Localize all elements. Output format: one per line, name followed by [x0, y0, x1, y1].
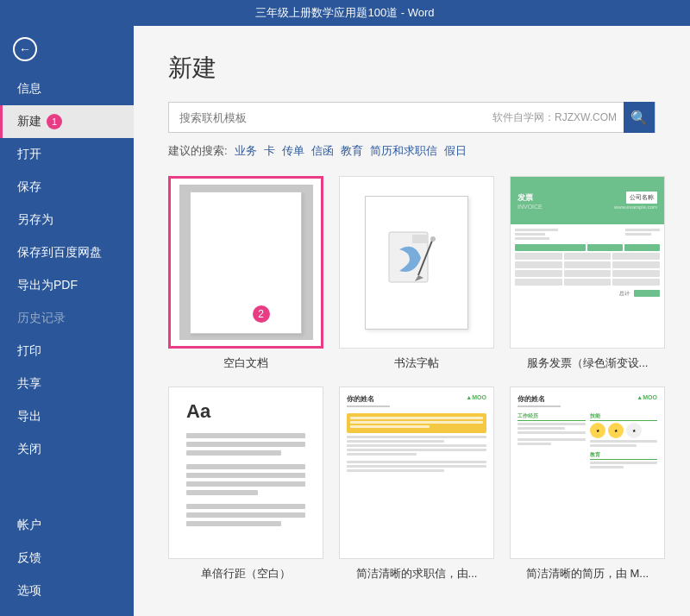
- template-single-spacing-thumb[interactable]: Aa: [168, 387, 323, 559]
- ss-line-4: [186, 464, 305, 469]
- sidebar-item-saveas[interactable]: 另存为: [0, 204, 134, 236]
- template-blank-thumb[interactable]: 2: [168, 176, 323, 349]
- r2-l1: [518, 423, 586, 425]
- suggested-tag-education[interactable]: 教育: [341, 143, 363, 159]
- ss-line-2: [186, 442, 305, 447]
- sidebar-item-close[interactable]: 关闭: [0, 433, 134, 466]
- invoice-title: 发票 INVOICE: [518, 192, 543, 210]
- resume2-header: 你的姓名 ▲MOO: [518, 394, 657, 407]
- resume2-col-left: 工作经历: [518, 412, 586, 470]
- invoice-logo-area: 公司名称 www.example.com: [614, 192, 657, 210]
- main-content: 新建 软件自学网：RJZXW.COM 🔍 建议的搜索: 业务 卡 传单 信函 教…: [134, 26, 690, 616]
- page-title: 新建: [168, 52, 656, 85]
- ss-line-1: [186, 433, 305, 438]
- sidebar-item-feedback[interactable]: 反馈: [0, 542, 134, 575]
- r1-line-6: [347, 461, 486, 463]
- single-spacing-title: Aa: [186, 400, 305, 423]
- r1-line-5: [347, 453, 417, 456]
- resume2-name: 你的姓名: [518, 394, 561, 407]
- search-hint: 软件自学网：RJZXW.COM: [486, 110, 624, 125]
- suggested-tag-card[interactable]: 卡: [264, 143, 275, 159]
- r1-line-4: [347, 449, 486, 451]
- template-resume1-thumb[interactable]: 你的姓名 ▲MOO: [339, 387, 494, 559]
- template-resume2-thumb[interactable]: 你的姓名 ▲MOO 工作经历: [510, 387, 665, 559]
- template-invoice[interactable]: 发票 INVOICE 公司名称 www.example.com: [510, 176, 665, 371]
- moo-logo-2: ▲MOO: [637, 394, 657, 400]
- sidebar-item-savebaidu[interactable]: 保存到百度网盘: [0, 236, 134, 269]
- suggested-tag-flyer[interactable]: 传单: [282, 143, 304, 159]
- svg-point-3: [430, 236, 436, 242]
- sidebar-item-open[interactable]: 打开: [0, 138, 134, 171]
- suggested-tag-holiday[interactable]: 假日: [444, 143, 467, 159]
- search-input[interactable]: [169, 111, 486, 124]
- template-calligraphy-thumb[interactable]: [339, 176, 494, 349]
- back-button[interactable]: ←: [0, 30, 134, 68]
- sidebar-item-account[interactable]: 帐户: [0, 509, 134, 542]
- r2-l5: [518, 443, 551, 445]
- invoice-body: 总计: [511, 224, 664, 348]
- suggested-searches: 建议的搜索: 业务 卡 传单 信函 教育 简历和求职信 假日: [168, 143, 656, 159]
- search-bar: 软件自学网：RJZXW.COM 🔍: [168, 102, 656, 133]
- template-resume2-label: 简洁清晰的简历，由 M...: [526, 566, 649, 581]
- template-single-spacing[interactable]: Aa 单倍行距（空白）: [168, 387, 323, 581]
- sidebar-item-export[interactable]: 导出: [0, 400, 134, 433]
- single-spacing-content: Aa: [169, 387, 323, 558]
- template-invoice-thumb[interactable]: 发票 INVOICE 公司名称 www.example.com: [510, 176, 665, 349]
- resume1-name: 你的姓名: [347, 394, 390, 407]
- resume1-yellow-box: [347, 413, 486, 433]
- template-resume2[interactable]: 你的姓名 ▲MOO 工作经历: [510, 387, 665, 581]
- resume2-skill-badges: ★ ★ ★: [590, 423, 658, 438]
- r1-line-8: [347, 469, 444, 472]
- suggested-tag-letter[interactable]: 信函: [311, 143, 334, 159]
- blank-doc-badge: 2: [253, 305, 270, 323]
- template-blank-label: 空白文档: [223, 355, 268, 371]
- blank-doc-outer: 2: [179, 185, 313, 340]
- template-blank[interactable]: 2 空白文档: [168, 176, 323, 371]
- r2-r4: [590, 466, 624, 468]
- invoice-content: 发票 INVOICE 公司名称 www.example.com: [511, 177, 664, 348]
- sidebar-item-print[interactable]: 打印: [0, 335, 134, 368]
- resume2-col-right: 技能 ★ ★ ★ 教育: [590, 412, 658, 470]
- back-circle-icon: ←: [13, 37, 37, 61]
- template-calligraphy[interactable]: 书法字帖: [339, 176, 494, 371]
- ss-line-8: [186, 504, 305, 509]
- sidebar-item-exportpdf[interactable]: 导出为PDF: [0, 269, 134, 302]
- moo-logo-1: ▲MOO: [466, 394, 486, 400]
- sidebar-item-new[interactable]: 新建 1: [0, 105, 134, 138]
- title-bar: 三年级上册数学应用题100道 - Word: [0, 0, 690, 26]
- invoice-header: 发票 INVOICE 公司名称 www.example.com: [511, 177, 664, 224]
- r2-r1: [590, 440, 658, 443]
- blank-doc-inner: [190, 192, 302, 334]
- ss-line-9: [186, 512, 305, 518]
- suggested-tag-resume[interactable]: 简历和求职信: [370, 143, 437, 159]
- calligraphy-icon: [382, 228, 451, 297]
- resume2-section-edu: 教育: [590, 451, 658, 460]
- sidebar-item-info[interactable]: 信息: [0, 72, 134, 105]
- search-icon: 🔍: [630, 110, 648, 126]
- suggested-label: 建议的搜索:: [168, 143, 228, 159]
- template-invoice-label: 服务发票（绿色渐变设...: [527, 355, 649, 371]
- sidebar: ← 信息 新建 1 打开 保存 另存为 保存到百度网盘 导出为PDF 历史记录: [0, 26, 134, 616]
- sidebar-item-share[interactable]: 共享: [0, 368, 134, 400]
- ss-line-5: [186, 473, 305, 478]
- resume2-section-skill: 技能: [590, 412, 658, 421]
- search-button[interactable]: 🔍: [624, 102, 655, 133]
- suggested-tag-business[interactable]: 业务: [235, 143, 257, 159]
- r1-line-2: [347, 440, 444, 443]
- ss-line-10: [186, 521, 281, 526]
- sidebar-item-save[interactable]: 保存: [0, 171, 134, 204]
- app-body: ← 信息 新建 1 打开 保存 另存为 保存到百度网盘 导出为PDF 历史记录: [0, 26, 690, 616]
- sidebar-item-history: 历史记录: [0, 302, 134, 335]
- resume2-section-work: 工作经历: [518, 412, 586, 421]
- template-resume1[interactable]: 你的姓名 ▲MOO: [339, 387, 494, 581]
- r1-line-3: [347, 444, 486, 447]
- ss-line-6: [186, 481, 305, 487]
- resume2-two-col: 工作经历 技能 ★: [518, 412, 657, 470]
- resume1-content: 你的姓名 ▲MOO: [340, 387, 493, 558]
- ss-line-7: [186, 490, 258, 495]
- r2-r3: [590, 462, 658, 464]
- calligraphy-doc: [365, 196, 468, 330]
- resume1-header: 你的姓名 ▲MOO: [347, 394, 486, 407]
- sidebar-item-options[interactable]: 选项: [0, 575, 134, 607]
- r1-line-1: [347, 436, 486, 438]
